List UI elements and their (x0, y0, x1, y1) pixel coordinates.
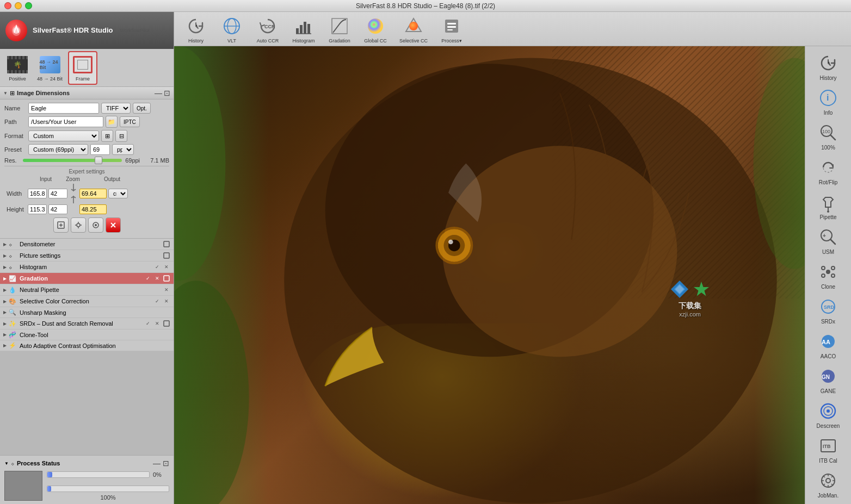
svg-point-4 (95, 224, 97, 226)
gradation-button[interactable]: Gradation (323, 12, 356, 46)
bit-convert-button[interactable]: 48 → 24 Bit 48 → 24 Bit (34, 52, 66, 84)
rt-usm-icon: + (817, 226, 840, 248)
auto-ccr-icon: CCR (256, 14, 280, 38)
filter-histogram[interactable]: ▶ ⬦ Histogram ✓ ✕ (0, 262, 174, 273)
ps-fill2 (47, 486, 51, 491)
rt-descreen-button[interactable]: Descreen (807, 397, 849, 431)
densitometer-expand[interactable] (163, 240, 170, 248)
rt-history-button[interactable]: History (807, 49, 849, 83)
rt-clone-button[interactable]: Clone (807, 258, 849, 292)
dims-minimize[interactable]: — (155, 89, 162, 97)
filter-gradation[interactable]: ▶ 📈 Gradation ✓ ✕ (0, 273, 174, 284)
rt-jobman-button[interactable]: JobMan. (807, 467, 849, 501)
srdx-expand[interactable] (163, 320, 170, 327)
filter-picture-settings[interactable]: ▶ ⬦ Picture settings (0, 250, 174, 262)
main-container: SilverFast® HDR Studio WorkflowPilot 🌴 P… (0, 12, 851, 504)
rt-zoom-button[interactable]: 100 100% (807, 119, 849, 153)
filter-aaco[interactable]: ▶ ⚡ Auto Adaptive Contrast Optimisation (0, 340, 174, 351)
close-button[interactable] (4, 2, 11, 9)
histogram-x[interactable]: ✕ (163, 263, 170, 271)
filter-srdx[interactable]: ▶ ✨ SRDx – Dust and Scratch Removal ✓ ✕ (0, 318, 174, 329)
srdx-check[interactable]: ✓ (144, 320, 152, 327)
settings-action-btn[interactable] (71, 217, 86, 233)
height-input[interactable] (28, 204, 47, 214)
selective-cc-button[interactable]: Selective CC (395, 12, 432, 46)
srdx-x[interactable]: ✕ (153, 320, 161, 327)
svg-rect-6 (164, 253, 169, 258)
name-input[interactable] (28, 103, 99, 114)
res-slider[interactable] (23, 159, 122, 162)
frame-button[interactable]: Frame (68, 51, 97, 85)
svg-point-57 (831, 274, 835, 277)
rt-itbcal-button[interactable]: ITB ITB Cal (807, 432, 849, 466)
preset-unit-select[interactable]: ppi (112, 144, 134, 155)
history-button[interactable]: History (180, 12, 212, 46)
dims-expand[interactable]: ⊡ (164, 89, 170, 97)
selective-check[interactable]: ✓ (153, 297, 161, 305)
picture-settings-expand[interactable] (163, 252, 170, 259)
gradation-check[interactable]: ✓ (144, 275, 152, 282)
histogram-button[interactable]: Histogram (287, 12, 320, 46)
rt-jobman-icon (817, 469, 840, 492)
gradation-x[interactable]: ✕ (153, 275, 161, 282)
preset-num-input[interactable] (90, 144, 110, 155)
iptc-button[interactable]: IPTC (120, 116, 140, 127)
gradation-expand[interactable] (163, 275, 170, 282)
minimize-button[interactable] (15, 2, 22, 9)
ps-minimize[interactable]: — (153, 459, 161, 468)
vlt-button[interactable]: VLT (215, 12, 248, 46)
format-select[interactable]: TIFF (101, 103, 131, 114)
svg-text:GN: GN (822, 374, 830, 380)
format-icon-btn1[interactable]: ⊞ (101, 130, 113, 142)
unit-select[interactable]: cm (108, 189, 128, 198)
selective-x[interactable]: ✕ (163, 297, 170, 305)
svg-line-51 (831, 240, 835, 244)
preset-select[interactable]: Custom (69ppi) (28, 144, 88, 155)
rt-info-button[interactable]: i Info (807, 84, 849, 118)
filter-densitometer[interactable]: ▶ ⬦ Densitometer (0, 239, 174, 250)
format-icon-btn2[interactable]: ⊟ (115, 130, 127, 142)
ps-expand[interactable]: ⊡ (163, 459, 169, 468)
rt-gane-button[interactable]: GN GANE (807, 363, 849, 396)
svg-point-56 (822, 274, 825, 277)
rt-aaco-button[interactable]: AA AACO (807, 328, 849, 362)
selective-cc-icon (402, 14, 425, 38)
image-dimensions-header[interactable]: ▼ ⊞ Image Dimensions — ⊡ (0, 87, 174, 99)
rt-pipette-button[interactable]: Pipette (807, 189, 849, 222)
folder-button[interactable]: 📁 (106, 116, 118, 128)
svg-point-70 (826, 478, 830, 483)
width-output[interactable] (79, 189, 107, 198)
rt-srdx-button[interactable]: SRD SRDx (807, 293, 849, 327)
width-input[interactable] (28, 189, 47, 198)
delete-action-btn[interactable] (106, 217, 121, 233)
filter-clone[interactable]: ▶ 🧬 Clone-Tool (0, 329, 174, 340)
filter-selective-cc[interactable]: ▶ 🎨 Selective Color Correction ✓ ✕ (0, 296, 174, 307)
auto-ccr-button[interactable]: CCR Auto CCR (251, 12, 284, 46)
rt-printao-button[interactable]: PrinTao (807, 502, 849, 504)
svg-text:CCR: CCR (264, 24, 275, 29)
pipette-x[interactable]: ✕ (163, 286, 170, 294)
maximize-button[interactable] (25, 2, 32, 9)
process-status-panel: ▼ ⬦ Process Status — ⊡ 0% (0, 455, 174, 504)
format-label: Format (4, 133, 26, 139)
histogram-check[interactable]: ✓ (153, 263, 161, 271)
filter-neutral-pipette[interactable]: ▶ 💧 Neutral Pipette ✕ (0, 284, 174, 296)
filter-unsharp[interactable]: ▶ 🔍 Unsharp Masking (0, 307, 174, 318)
width-zoom[interactable] (48, 189, 67, 198)
process-button[interactable]: Process▾ (435, 12, 468, 46)
col-input: Input (32, 176, 60, 183)
refresh-action-btn[interactable] (88, 217, 103, 233)
global-cc-icon (363, 14, 387, 38)
height-zoom[interactable] (48, 204, 67, 214)
height-output[interactable] (79, 204, 107, 214)
top-right-content: 下载集 xzji.com 100% H (174, 46, 851, 504)
opt-button[interactable]: Opt. (133, 103, 151, 114)
global-cc-button[interactable]: Global CC (359, 12, 392, 46)
path-input[interactable] (28, 116, 103, 127)
rt-rotflip-button[interactable]: Rot/Flip (807, 154, 849, 188)
positive-button[interactable]: 🌴 Positive (3, 52, 32, 84)
rt-usm-button[interactable]: + USM (807, 223, 849, 257)
format-value-select[interactable]: Custom (28, 130, 99, 141)
svg-text:i: i (827, 93, 829, 102)
preview-action-btn[interactable] (53, 217, 69, 233)
